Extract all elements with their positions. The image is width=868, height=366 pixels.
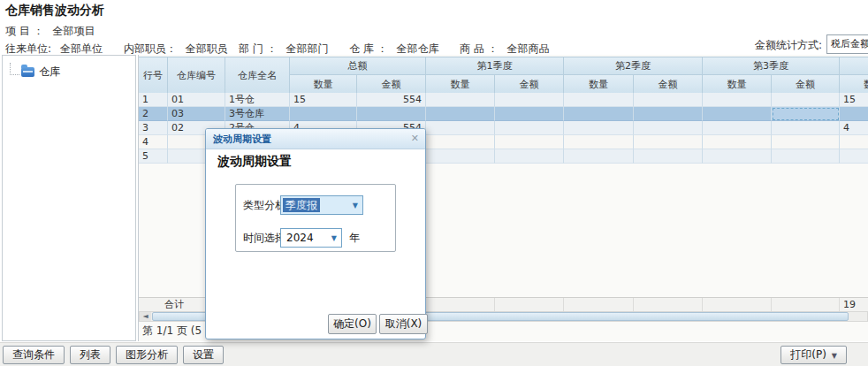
cancel-button[interactable]: 取消(X)	[379, 314, 428, 334]
cell-q4-qty[interactable]	[840, 135, 868, 149]
cell-q1-amt[interactable]	[495, 121, 564, 135]
cell-line[interactable]: 2	[139, 107, 168, 121]
filter-project: 项 目 ： 全部项目	[5, 24, 95, 39]
group-header[interactable]: 第4季度	[840, 57, 868, 75]
cell-q3-qty[interactable]	[703, 93, 772, 107]
cell-total-qty[interactable]: 15	[290, 93, 357, 107]
cell-q4-qty[interactable]: 15	[840, 93, 868, 107]
query-conditions-button[interactable]: 查询条件	[3, 346, 65, 364]
year-suffix-label: 年	[349, 228, 360, 248]
fluctuation-period-dialog: 波动周期设置 ✕ 波动周期设置 类型分析 季度报 ▼ 时间选择 2024 ▼ 年…	[205, 128, 426, 339]
cell-q3-amt[interactable]	[772, 121, 840, 135]
cell-q1-qty[interactable]	[426, 135, 495, 149]
cell-q2-qty[interactable]	[564, 93, 634, 107]
cell-q3-qty[interactable]	[703, 149, 772, 164]
cell-q1-amt[interactable]	[495, 149, 564, 164]
column-header-line[interactable]: 行号	[139, 57, 168, 94]
cell-q1-qty[interactable]	[426, 149, 495, 164]
analysis-type-combobox[interactable]: 季度报 ▼	[280, 195, 363, 215]
cell-q3-amt[interactable]	[772, 149, 840, 164]
group-header[interactable]: 第1季度	[426, 57, 564, 75]
cell-q2-amt[interactable]	[634, 107, 703, 121]
cell-name[interactable]: 1号仓	[225, 93, 290, 107]
cell-q1-amt[interactable]	[495, 93, 564, 107]
cell-q3-amt[interactable]	[772, 135, 840, 149]
cell-q2-amt[interactable]	[634, 93, 703, 107]
column-header-q2-qty[interactable]: 数量	[564, 75, 634, 94]
total-q4-qty: 19	[840, 298, 868, 312]
cell-q3-qty[interactable]	[703, 107, 772, 121]
dialog-title: 波动周期设置	[213, 133, 271, 146]
cell-q2-qty[interactable]	[564, 121, 634, 135]
cell-total-amt[interactable]	[357, 107, 426, 121]
cell-line[interactable]: 1	[139, 93, 168, 107]
group-header[interactable]: 总额	[290, 57, 426, 75]
filter-product-value[interactable]: 全部商品	[506, 42, 549, 55]
cell-line[interactable]: 4	[139, 135, 168, 149]
column-header-code[interactable]: 仓库编号	[168, 57, 225, 94]
cell-q2-amt[interactable]	[634, 121, 703, 135]
scroll-left-arrow-icon[interactable]: ◄	[140, 312, 151, 321]
cell-q2-qty[interactable]	[564, 149, 634, 164]
year-combobox[interactable]: 2024 ▼	[280, 228, 342, 248]
cell-q1-amt[interactable]	[495, 107, 564, 121]
column-header-q2-amt[interactable]: 金额	[634, 75, 703, 94]
cell-q3-amt[interactable]	[772, 107, 840, 121]
column-header-q1-amt[interactable]: 金额	[495, 75, 564, 94]
cell-q1-qty[interactable]	[426, 93, 495, 107]
cell-q1-amt[interactable]	[495, 135, 564, 149]
table-row[interactable]: 1011号仓1555415	[139, 93, 868, 107]
cell-q2-qty[interactable]	[564, 107, 634, 121]
filter-warehouse-value[interactable]: 全部仓库	[396, 42, 438, 55]
total-q3-amt	[772, 298, 840, 312]
cell-line[interactable]: 5	[139, 149, 168, 164]
total-q1-qty	[426, 298, 495, 312]
cell-q2-amt[interactable]	[634, 149, 703, 164]
cell-name[interactable]: 3号仓库	[225, 107, 290, 121]
filter-partner-value[interactable]: 全部单位	[60, 42, 103, 55]
filter-product-label: 商 品 ：	[460, 42, 499, 55]
page-title: 仓库销售波动分析	[5, 3, 104, 19]
column-header-q3-qty[interactable]: 数量	[703, 75, 772, 94]
column-header-q1-qty[interactable]: 数量	[426, 75, 495, 94]
cell-q2-amt[interactable]	[634, 135, 703, 149]
cell-q4-qty[interactable]: 4	[840, 121, 868, 135]
column-header-q3-amt[interactable]: 金额	[772, 75, 840, 94]
cell-q3-qty[interactable]	[703, 135, 772, 149]
cell-q4-qty[interactable]	[840, 149, 868, 164]
caret-down-icon: ▼	[331, 234, 337, 242]
cell-code[interactable]: 03	[168, 107, 225, 121]
cell-q3-qty[interactable]	[703, 121, 772, 135]
filter-warehouse-label: 仓 库 ：	[349, 42, 388, 55]
cell-code[interactable]: 01	[168, 93, 225, 107]
dialog-titlebar[interactable]: 波动周期设置 ✕	[206, 129, 425, 149]
list-button[interactable]: 列表	[70, 346, 110, 364]
tree-node-warehouse[interactable]: 仓库	[10, 63, 60, 80]
bottom-toolbar: 查询条件 列表 图形分析 设置 打印(P)▼	[0, 342, 868, 366]
filter-project-value[interactable]: 全部项目	[52, 25, 95, 37]
filter-department-value[interactable]: 全部部门	[286, 42, 328, 55]
cell-q3-amt[interactable]	[772, 93, 840, 107]
cell-q1-qty[interactable]	[426, 107, 495, 121]
dialog-close-icon[interactable]: ✕	[411, 133, 419, 145]
cell-total-qty[interactable]	[290, 107, 357, 121]
cell-total-amt[interactable]: 554	[357, 93, 426, 107]
filter-staff-value[interactable]: 全部职员	[186, 42, 228, 55]
amount-mode-combobox[interactable]: 税后金额	[826, 34, 868, 54]
group-header[interactable]: 第2季度	[564, 57, 703, 75]
cell-line[interactable]: 3	[139, 121, 168, 135]
cell-q4-qty[interactable]	[840, 107, 868, 121]
settings-button[interactable]: 设置	[183, 346, 224, 364]
group-header[interactable]: 第3季度	[703, 57, 840, 75]
table-row[interactable]: 2033号仓库	[139, 107, 868, 121]
print-button[interactable]: 打印(P)▼	[780, 346, 847, 364]
tree-node-label: 仓库	[39, 65, 60, 80]
column-header-total-amt[interactable]: 金额	[357, 75, 426, 94]
column-header-q4-qty[interactable]: 数量	[840, 75, 868, 94]
column-header-name[interactable]: 仓库全名	[225, 57, 290, 94]
graph-analysis-button[interactable]: 图形分析	[116, 346, 178, 364]
ok-button[interactable]: 确定(O)	[328, 314, 377, 334]
cell-q1-qty[interactable]	[426, 121, 495, 135]
column-header-total-qty[interactable]: 数量	[290, 75, 357, 94]
cell-q2-qty[interactable]	[564, 135, 634, 149]
